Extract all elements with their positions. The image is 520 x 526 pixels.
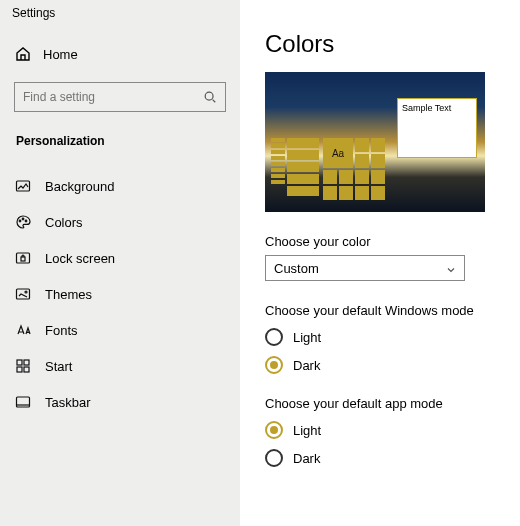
nav-start[interactable]: Start: [0, 348, 240, 384]
svg-rect-11: [17, 367, 22, 372]
search-box[interactable]: [14, 82, 226, 112]
radio-icon: [265, 449, 283, 467]
nav-item-label: Background: [45, 179, 114, 194]
app-mode-label: Choose your default app mode: [265, 396, 495, 411]
home-icon: [15, 46, 31, 62]
color-mode-value: Custom: [274, 261, 319, 276]
windows-mode-light[interactable]: Light: [265, 328, 495, 346]
radio-icon: [265, 356, 283, 374]
main-panel: Colors Aa Sample Text Choose your color …: [240, 0, 520, 526]
nav-item-label: Taskbar: [45, 395, 91, 410]
svg-point-3: [22, 218, 24, 220]
nav-item-label: Fonts: [45, 323, 78, 338]
font-icon: [15, 322, 31, 338]
image-icon: [15, 178, 31, 194]
nav-lockscreen[interactable]: Lock screen: [0, 240, 240, 276]
svg-point-0: [205, 92, 213, 100]
color-preview: Aa Sample Text: [265, 72, 485, 212]
nav-background[interactable]: Background: [0, 168, 240, 204]
svg-rect-12: [24, 367, 29, 372]
app-mode-light[interactable]: Light: [265, 421, 495, 439]
svg-rect-9: [17, 360, 22, 365]
preview-window: Sample Text: [397, 98, 477, 158]
radio-label: Light: [293, 330, 321, 345]
nav-colors[interactable]: Colors: [0, 204, 240, 240]
nav-taskbar[interactable]: Taskbar: [0, 384, 240, 420]
themes-icon: [15, 286, 31, 302]
nav-home-label: Home: [43, 47, 78, 62]
windows-mode-dark[interactable]: Dark: [265, 356, 495, 374]
search-input[interactable]: [23, 90, 203, 104]
nav-item-label: Start: [45, 359, 72, 374]
nav-item-label: Lock screen: [45, 251, 115, 266]
nav-themes[interactable]: Themes: [0, 276, 240, 312]
app-title: Settings: [0, 0, 240, 26]
search-icon: [203, 90, 217, 104]
start-icon: [15, 358, 31, 374]
preview-accent-tile: Aa: [323, 138, 353, 168]
preview-start-menu: Aa: [271, 138, 385, 206]
windows-mode-label: Choose your default Windows mode: [265, 303, 495, 318]
color-mode-select[interactable]: Custom: [265, 255, 465, 281]
radio-label: Dark: [293, 451, 320, 466]
nav-item-label: Colors: [45, 215, 83, 230]
palette-icon: [15, 214, 31, 230]
radio-icon: [265, 421, 283, 439]
svg-point-8: [25, 291, 27, 293]
svg-point-2: [19, 220, 21, 222]
category-title: Personalization: [0, 122, 240, 158]
svg-point-4: [25, 220, 27, 222]
radio-icon: [265, 328, 283, 346]
lock-icon: [15, 250, 31, 266]
chevron-down-icon: [446, 263, 456, 273]
sidebar: Settings Home Personalization Background…: [0, 0, 240, 526]
color-mode-label: Choose your color: [265, 234, 495, 249]
nav-item-label: Themes: [45, 287, 92, 302]
svg-rect-6: [21, 257, 25, 261]
app-mode-dark[interactable]: Dark: [265, 449, 495, 467]
page-title: Colors: [265, 30, 495, 58]
radio-label: Light: [293, 423, 321, 438]
svg-rect-7: [17, 289, 30, 299]
nav-fonts[interactable]: Fonts: [0, 312, 240, 348]
radio-label: Dark: [293, 358, 320, 373]
taskbar-icon: [15, 394, 31, 410]
nav-list: Background Colors Lock screen Themes Fon…: [0, 168, 240, 420]
svg-rect-10: [24, 360, 29, 365]
nav-home[interactable]: Home: [0, 36, 240, 72]
